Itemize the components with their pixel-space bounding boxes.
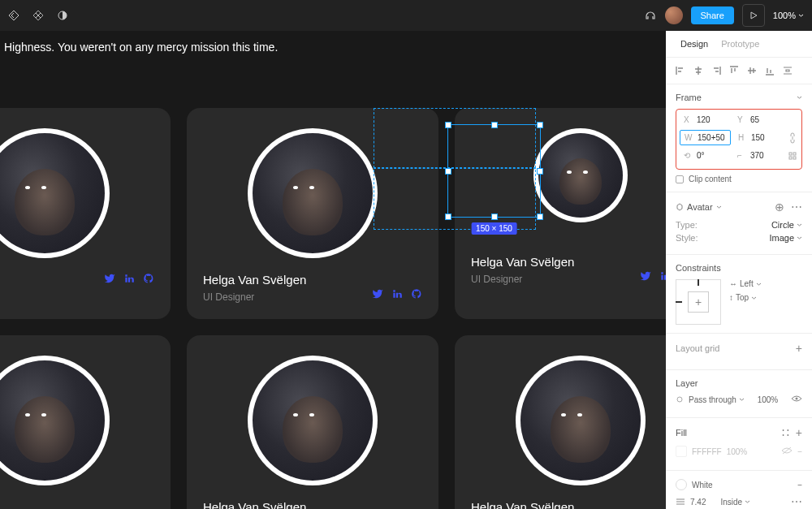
blend-mode-icon bbox=[676, 395, 684, 403]
radius-input[interactable]: ⌐370 bbox=[733, 149, 784, 162]
frame-header[interactable]: Frame bbox=[676, 93, 802, 102]
toolbar-right-group: Share 100% bbox=[644, 4, 805, 27]
fill-styles-icon[interactable]: ∷ bbox=[782, 426, 789, 439]
profile-card[interactable]: Helga Van Svëlgen UI Designer bbox=[187, 108, 438, 319]
components-icon[interactable] bbox=[32, 10, 44, 21]
constraint-h-dropdown[interactable]: ↔ Left bbox=[729, 279, 762, 288]
github-icon[interactable] bbox=[143, 273, 154, 287]
stroke-align-dropdown[interactable]: Inside bbox=[720, 498, 750, 507]
profile-card[interactable]: Helga Van Svëlgen UI Designer bbox=[455, 108, 666, 319]
headphones-icon[interactable] bbox=[644, 9, 657, 22]
share-button[interactable]: Share bbox=[691, 6, 734, 24]
align-left-icon[interactable] bbox=[674, 64, 687, 77]
align-center-h-icon[interactable] bbox=[692, 64, 705, 77]
frame-props-highlighted: X120 Y65 W150+50 H150 ⟲0° ⌐370 bbox=[676, 109, 802, 170]
avatar-circle bbox=[533, 128, 628, 222]
blend-mode-dropdown[interactable]: Pass through bbox=[689, 395, 745, 404]
panel-tabs: Design Prototype bbox=[666, 31, 812, 58]
independent-corners-icon[interactable] bbox=[787, 149, 798, 162]
avatar-circle bbox=[0, 128, 110, 258]
card-role: UI Designer bbox=[471, 274, 574, 285]
present-button[interactable] bbox=[742, 4, 765, 27]
layout-grid-section: Layout grid+ bbox=[666, 334, 812, 370]
svg-rect-4 bbox=[793, 157, 796, 159]
contrast-icon[interactable] bbox=[57, 10, 68, 21]
fill-visibility-icon[interactable] bbox=[781, 446, 793, 456]
go-to-main-icon[interactable]: ⊕ bbox=[775, 201, 784, 214]
profile-card[interactable] bbox=[0, 335, 171, 509]
stroke-swatch[interactable] bbox=[676, 479, 687, 490]
avatar-circle bbox=[248, 356, 378, 485]
layout-grid-header[interactable]: Layout grid+ bbox=[676, 342, 802, 355]
card-role: UI Designer bbox=[203, 291, 306, 303]
link-dimensions-icon[interactable] bbox=[787, 130, 798, 145]
component-menu-icon[interactable]: ⋯ bbox=[791, 201, 802, 214]
top-toolbar: Share 100% bbox=[0, 0, 812, 31]
frame-section: Frame X120 Y65 W150+50 H150 ⟲0° ⌐370 Cli… bbox=[666, 84, 812, 192]
social-icons bbox=[372, 288, 422, 303]
fill-header: Fill∷+ bbox=[676, 426, 802, 439]
x-input[interactable]: X120 bbox=[680, 113, 730, 127]
constraints-header: Constraints bbox=[676, 263, 802, 273]
fill-hex-input[interactable]: FFFFFF bbox=[692, 447, 722, 456]
add-fill-icon[interactable]: + bbox=[796, 426, 802, 439]
avatar-circle bbox=[0, 356, 110, 485]
twitter-icon[interactable] bbox=[372, 288, 383, 303]
fill-opacity-input[interactable]: 100% bbox=[727, 447, 748, 456]
stroke-weight-input[interactable]: 7.42 bbox=[690, 498, 706, 507]
avatar-header[interactable]: Avatar ⊕⋯ bbox=[676, 201, 802, 214]
avatar-style-dropdown[interactable]: Image bbox=[769, 233, 802, 243]
constraint-v-dropdown[interactable]: ↕ Top bbox=[729, 293, 762, 302]
layer-opacity-input[interactable]: 100% bbox=[758, 395, 779, 404]
width-input[interactable]: W150+50 bbox=[680, 130, 731, 145]
stroke-menu-icon[interactable]: ⋯ bbox=[791, 495, 802, 508]
distribute-icon[interactable] bbox=[781, 64, 794, 77]
social-icons bbox=[104, 273, 154, 287]
tab-design[interactable]: Design bbox=[674, 31, 715, 57]
height-input[interactable]: H150 bbox=[734, 130, 784, 145]
card-name: Helga Van Svëlgen bbox=[471, 255, 574, 269]
stroke-section: White − 7.42 Inside ⋯ bbox=[666, 471, 812, 509]
user-avatar[interactable] bbox=[665, 6, 683, 24]
profile-card[interactable] bbox=[0, 108, 171, 319]
undo-icon[interactable] bbox=[8, 10, 19, 21]
align-right-icon[interactable] bbox=[710, 64, 723, 77]
align-bottom-icon[interactable] bbox=[763, 64, 776, 77]
remove-fill-icon[interactable]: − bbox=[797, 447, 802, 456]
fill-swatch[interactable] bbox=[676, 446, 687, 457]
header-text-fragment: Highness. You weren't on any mercy missi… bbox=[4, 41, 278, 54]
avatar-circle bbox=[248, 128, 378, 258]
avatar-section: Avatar ⊕⋯ Type: Circle Style: Image bbox=[666, 192, 812, 255]
visibility-toggle-icon[interactable] bbox=[791, 395, 802, 404]
stroke-color-label[interactable]: White bbox=[692, 481, 713, 490]
clip-content-checkbox[interactable]: Clip content bbox=[676, 175, 802, 183]
svg-rect-3 bbox=[789, 157, 792, 159]
card-name: Helga Van Svëlgen bbox=[203, 500, 306, 509]
svg-point-5 bbox=[677, 397, 682, 402]
align-center-v-icon[interactable] bbox=[745, 64, 758, 77]
profile-card[interactable]: Helga Van Svëlgen bbox=[455, 335, 666, 509]
zoom-dropdown[interactable]: 100% bbox=[773, 11, 804, 20]
toolbar-left-group bbox=[8, 10, 68, 21]
twitter-icon[interactable] bbox=[640, 270, 651, 285]
cards-grid: Helga Van Svëlgen UI Designer Helga Van … bbox=[0, 108, 666, 509]
constraints-section: Constraints ↔ Left ↕ Top bbox=[666, 255, 812, 334]
twitter-icon[interactable] bbox=[104, 273, 115, 287]
linkedin-icon[interactable] bbox=[391, 288, 403, 303]
align-top-icon[interactable] bbox=[728, 64, 741, 77]
constraints-diagram[interactable] bbox=[676, 279, 721, 325]
profile-card[interactable]: Helga Van Svëlgen bbox=[187, 335, 438, 509]
rotation-input[interactable]: ⟲0° bbox=[680, 149, 730, 162]
svg-rect-1 bbox=[789, 153, 792, 155]
avatar-circle bbox=[516, 356, 646, 485]
y-input[interactable]: Y65 bbox=[733, 113, 784, 127]
fill-section: Fill∷+ FFFFFF 100% − bbox=[666, 418, 812, 471]
github-icon[interactable] bbox=[411, 288, 422, 303]
tab-prototype[interactable]: Prototype bbox=[715, 31, 766, 57]
add-layout-grid-icon[interactable]: + bbox=[796, 342, 802, 355]
avatar-type-dropdown[interactable]: Circle bbox=[771, 220, 802, 230]
linkedin-icon[interactable] bbox=[123, 273, 135, 287]
remove-stroke-icon[interactable]: − bbox=[797, 481, 802, 490]
canvas-area[interactable]: Highness. You weren't on any mercy missi… bbox=[0, 31, 666, 509]
linkedin-icon[interactable] bbox=[659, 270, 666, 285]
